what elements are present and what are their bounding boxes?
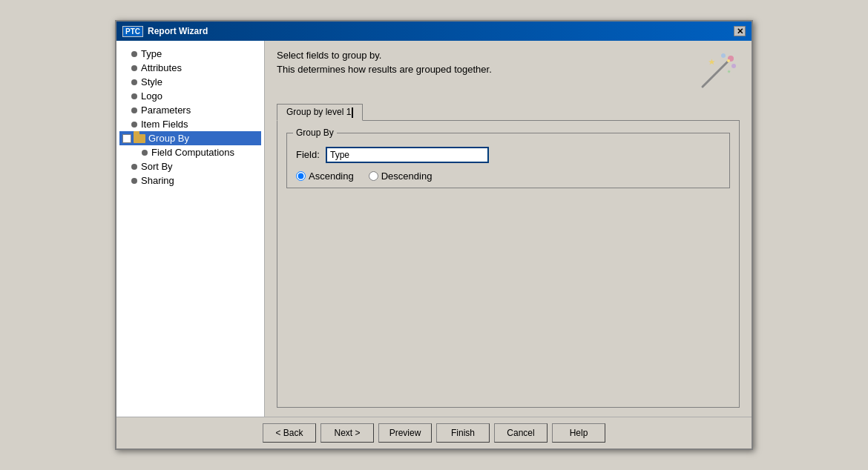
bullet-icon	[131, 164, 137, 170]
sidebar-item-type[interactable]: Type	[119, 47, 261, 61]
group-box-legend: Group By	[293, 128, 337, 138]
sidebar-label-attributes: Attributes	[141, 62, 182, 73]
description-line1: Select fields to group by.	[277, 50, 688, 61]
tab-content: Group By Field: Type Name Status Owner D…	[277, 120, 740, 408]
bullet-icon	[131, 107, 137, 113]
radio-row: Ascending Descending	[296, 171, 720, 182]
sidebar-label-group-by: Group By	[148, 133, 189, 144]
sidebar-label-sharing: Sharing	[141, 175, 174, 186]
title-bar: PTC Report Wizard ✕	[116, 21, 752, 41]
field-label: Field:	[296, 149, 326, 160]
folder-icon	[134, 134, 145, 143]
title-bar-left: PTC Report Wizard	[122, 26, 208, 37]
tab-group-by-level1[interactable]: Group by level 1	[277, 104, 363, 121]
sidebar-item-sort-by[interactable]: Sort By	[119, 159, 261, 173]
close-button[interactable]: ✕	[734, 26, 746, 36]
wizard-icon	[695, 50, 740, 94]
sidebar-item-sharing[interactable]: Sharing	[119, 173, 261, 188]
sidebar-label-field-computations: Field Computations	[151, 147, 234, 158]
descending-option[interactable]: Descending	[369, 171, 433, 182]
select-wrapper: Type Name Status Owner Date Created	[326, 147, 489, 163]
sidebar-item-logo[interactable]: Logo	[119, 89, 261, 103]
back-button[interactable]: < Back	[263, 423, 316, 443]
svg-point-3	[731, 64, 736, 68]
bullet-icon	[142, 150, 148, 156]
sidebar-label-parameters: Parameters	[141, 105, 191, 116]
sidebar-item-parameters[interactable]: Parameters	[119, 103, 261, 117]
title-bar-text: Report Wizard	[148, 26, 208, 36]
sidebar-item-item-fields[interactable]: Item Fields	[119, 117, 261, 131]
bullet-icon	[131, 122, 137, 128]
sidebar-label-sort-by: Sort By	[141, 161, 173, 172]
main-content: Select fields to group by. This determin…	[265, 41, 752, 417]
ptc-logo: PTC	[122, 26, 143, 37]
sidebar-label-logo: Logo	[141, 90, 162, 102]
bullet-icon	[131, 51, 137, 57]
sidebar-item-field-computations[interactable]: Field Computations	[119, 145, 261, 159]
bullet-icon	[131, 178, 137, 184]
svg-marker-5	[727, 70, 731, 73]
dialog-footer: < Back Next > Preview Finish Cancel Help	[116, 417, 752, 449]
cancel-button[interactable]: Cancel	[494, 423, 548, 443]
field-row: Field: Type Name Status Owner Date Creat…	[296, 147, 720, 163]
next-button[interactable]: Next >	[320, 423, 374, 443]
field-select[interactable]: Type Name Status Owner Date Created	[326, 147, 489, 163]
bullet-icon	[131, 79, 137, 85]
bullet-icon	[131, 65, 137, 71]
svg-line-0	[703, 61, 729, 87]
dialog-body: Type Attributes Style Logo Parameters It…	[116, 41, 752, 417]
main-header: Select fields to group by. This determin…	[277, 50, 740, 94]
ascending-option[interactable]: Ascending	[296, 171, 354, 182]
descending-label: Descending	[381, 171, 433, 182]
finish-button[interactable]: Finish	[436, 423, 490, 443]
expand-button[interactable]: −	[122, 134, 131, 143]
tab-area: Group by level 1 Group By Field: Type Na…	[277, 103, 740, 408]
sidebar: Type Attributes Style Logo Parameters It…	[116, 41, 265, 417]
svg-point-6	[727, 59, 730, 62]
sidebar-label-type: Type	[141, 48, 162, 59]
descending-radio[interactable]	[369, 171, 378, 181]
ascending-radio[interactable]	[296, 171, 306, 181]
tabs-row: Group by level 1	[277, 103, 740, 120]
preview-button[interactable]: Preview	[378, 423, 432, 443]
ascending-label: Ascending	[309, 171, 354, 182]
svg-marker-4	[708, 59, 714, 65]
sidebar-item-style[interactable]: Style	[119, 75, 261, 89]
cursor	[352, 107, 353, 118]
group-by-box: Group By Field: Type Name Status Owner D…	[286, 133, 730, 188]
dialog-window: PTC Report Wizard ✕ Type Attributes Styl…	[115, 20, 753, 450]
bullet-icon	[131, 93, 137, 99]
description-line2: This determines how results are grouped …	[277, 64, 688, 75]
svg-point-2	[721, 53, 726, 58]
help-button[interactable]: Help	[552, 423, 605, 443]
sidebar-label-item-fields: Item Fields	[141, 119, 188, 130]
sidebar-label-style: Style	[141, 76, 162, 87]
sidebar-item-group-by[interactable]: − Group By	[119, 131, 261, 145]
tab-label: Group by level 1	[286, 107, 351, 117]
sidebar-item-attributes[interactable]: Attributes	[119, 61, 261, 75]
main-description: Select fields to group by. This determin…	[277, 50, 688, 78]
